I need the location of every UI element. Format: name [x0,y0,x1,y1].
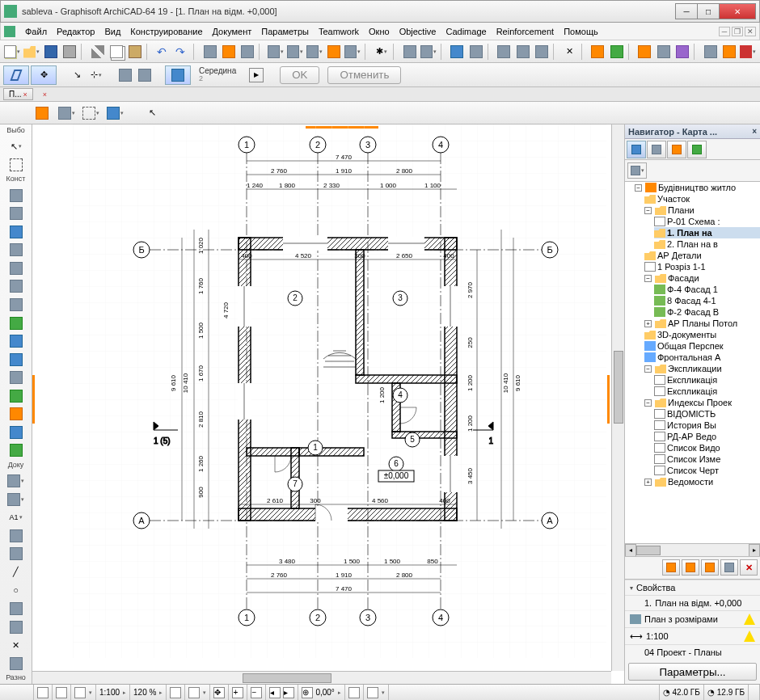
snap-mid[interactable]: ⊹▾ [87,66,105,84]
navigator-close-icon[interactable]: × [752,127,757,136]
nav-btn-1[interactable] [662,559,680,576]
nav-3[interactable]: ▾ [105,104,125,122]
nav-1[interactable]: ▾ [57,104,76,122]
tool-a[interactable] [201,43,218,61]
tool-n[interactable] [673,43,690,61]
tab-palette[interactable]: П...× [3,88,33,100]
nav-btn-delete[interactable]: ✕ [740,559,758,576]
nav-tab-project[interactable] [627,141,646,158]
text-tool[interactable]: A1▾ [6,509,26,526]
paste-button[interactable] [126,43,143,61]
menu-window[interactable]: Окно [364,27,395,36]
nav-btn-4[interactable] [720,559,738,576]
nav-2[interactable]: ▾ [81,104,100,122]
line-tool[interactable]: ╱ [6,564,26,581]
tool-home[interactable] [720,43,737,61]
menu-editor[interactable]: Редактор [52,27,99,36]
zone-tool[interactable] [6,424,26,441]
nav-btn-3[interactable] [701,559,719,576]
status-zoom[interactable]: 120 % [133,688,156,697]
slab-tool[interactable] [6,278,26,295]
dim-tool[interactable]: ▾ [6,473,26,490]
maximize-button[interactable]: □ [697,3,720,19]
ok-button[interactable]: OK [280,66,319,84]
open-button[interactable]: ▾ [23,43,40,61]
play-button[interactable]: ▶ [249,68,264,82]
fill-tool[interactable] [6,546,26,563]
tool-g[interactable] [514,43,531,61]
nav-pointer[interactable]: ↖ [142,104,162,122]
nav-chooser[interactable]: ▾ [627,162,647,179]
cut-button[interactable] [89,43,106,61]
roof-tool[interactable] [6,314,26,331]
next-view-icon[interactable]: ▸ [283,687,294,698]
beam-tool[interactable] [6,260,26,277]
dim-tool-3[interactable]: ▾ [306,43,323,61]
redo-button[interactable]: ↷ [173,43,190,61]
marquee-tool[interactable] [6,157,26,174]
mesh-tool[interactable] [6,442,26,459]
label-tool[interactable] [6,527,26,544]
mdi-min[interactable]: ─ [719,27,730,36]
window-tool[interactable] [6,223,26,240]
layout-tool-1[interactable] [449,43,466,61]
undo-button[interactable]: ↶ [154,43,171,61]
menu-cadimage[interactable]: Cadimage [441,27,491,36]
wall-tool[interactable] [6,187,26,204]
scroll-horizontal[interactable] [32,671,611,684]
save-button[interactable] [42,43,59,61]
layout-name[interactable]: 04 Проект - Планы [644,647,755,657]
door-tool[interactable] [6,205,26,222]
copy-button[interactable] [108,43,125,61]
circle-tool[interactable]: ○ [6,582,26,599]
tool-h[interactable] [533,43,550,61]
construct-mode[interactable] [165,65,191,85]
navigator-tree[interactable]: −Будівництво житло Участок −Плани Р-01 С… [625,182,760,557]
level-tool[interactable]: ▾ [6,491,26,508]
nav-tab-layout[interactable] [667,141,686,158]
menu-teamwork[interactable]: Teamwork [314,27,364,36]
tool-c[interactable] [239,43,255,61]
view-icon-b[interactable] [367,687,378,698]
shell-tool[interactable] [6,333,26,350]
view-icon-a[interactable] [348,687,360,698]
nav-tab-publisher[interactable] [687,141,707,158]
tool-o[interactable] [702,43,719,61]
dim-tool-4[interactable] [325,43,342,61]
column-tool[interactable] [6,242,26,259]
prev-view-icon[interactable]: ◂ [269,687,281,698]
tool-f[interactable] [496,43,513,61]
object-tool[interactable] [6,406,26,423]
menu-file[interactable]: Файл [20,27,52,36]
menu-construct[interactable]: Конструирование [125,27,207,36]
snap-tool[interactable]: ✱▾ [373,43,390,61]
status-scale[interactable]: 1:100 [99,688,120,697]
drawing-canvas[interactable]: 1 2 3 4 1 2 3 4 Б А Б А [32,124,624,684]
status-icon-2[interactable] [56,687,67,698]
dim-tool-2[interactable]: ▾ [286,43,304,61]
menu-params[interactable]: Параметры [256,27,314,36]
tool-l[interactable] [636,43,653,61]
arrow-tool[interactable]: ↖▾ [6,138,26,155]
status-icon-1[interactable] [37,687,49,698]
scale-value[interactable]: 1:100 [646,631,741,641]
status-icon-3[interactable] [74,687,86,698]
menu-view[interactable]: Вид [99,27,125,36]
snap-point[interactable]: ↘ [68,66,86,84]
poly-tool[interactable] [6,601,26,618]
layout-tool-2[interactable] [467,43,484,61]
figure-tool[interactable] [6,655,26,672]
morph-tool[interactable] [6,387,26,404]
tool-j[interactable] [589,43,606,61]
params-button[interactable]: Параметры... [628,663,757,681]
menu-document[interactable]: Документ [208,27,257,36]
zoom-win-icon[interactable] [188,687,200,698]
tree-scroll[interactable]: ◂▸ [625,543,760,556]
cancel-button[interactable]: Отменить [327,66,401,84]
scroll-vertical[interactable] [611,124,624,671]
stair-tool[interactable] [6,297,26,314]
nav-home[interactable] [32,104,52,122]
zoom-ext-icon[interactable] [170,687,181,698]
mdi-close[interactable]: ✕ [745,27,756,36]
menu-objective[interactable]: Objective [395,27,441,36]
